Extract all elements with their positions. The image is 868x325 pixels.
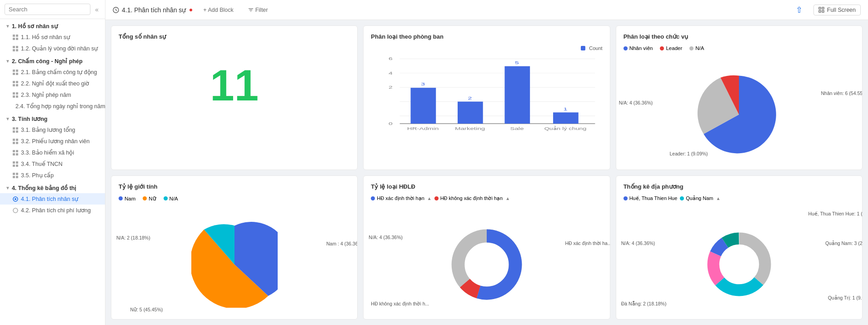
card-phan-loai-phong-ban: Phân loại theo phòng ban Count 6 4 <box>363 25 610 170</box>
svg-rect-11 <box>16 73 18 75</box>
grid-icon <box>13 81 18 86</box>
dropdown-arrow-2[interactable]: ▲ <box>505 196 510 201</box>
caret-icon: ▼ <box>5 24 10 29</box>
hd-khong-xac-dinh-label-chart: HĐ không xác định thời h... <box>371 301 429 306</box>
quang-nam-label: Quảng Nam <box>686 195 713 201</box>
na-gioi-tinh-label: N/A <box>170 196 178 201</box>
na-label: N/A <box>695 45 704 51</box>
svg-rect-10 <box>13 73 15 75</box>
dropdown-arrow-3[interactable]: ▲ <box>716 196 721 201</box>
svg-text:3: 3 <box>421 82 425 87</box>
scroll-to-top-button[interactable]: ⇧ <box>796 5 803 15</box>
bar-legend: Count <box>371 45 602 51</box>
svg-rect-7 <box>16 49 18 51</box>
svg-rect-32 <box>13 150 15 152</box>
pie-container: Nhân viên Leader N/A <box>624 45 855 170</box>
sidebar-item-thue-tncn[interactable]: 3.4. Thuế TNCN <box>0 158 105 170</box>
quang-nam-dot <box>680 196 684 200</box>
nam-dot <box>119 196 123 200</box>
svg-rect-25 <box>16 127 18 130</box>
legend-hue: Huế, Thua Thien Hue <box>624 195 678 201</box>
hd-khong-xac-dinh-dot <box>434 196 439 200</box>
grid-icon <box>13 46 18 51</box>
sidebar-item-tong-hop-ngay-nghi[interactable]: 2.4. Tổng hợp ngày nghỉ trong năm <box>0 100 105 112</box>
sidebar-item-nghi-dot-xuat[interactable]: 2.2. Nghỉ đột xuất theo giờ <box>0 78 105 89</box>
nav-section-3[interactable]: ▼ 3. Tính lương <box>0 112 105 124</box>
grid-icon <box>13 150 18 155</box>
search-input[interactable] <box>5 4 90 15</box>
svg-rect-13 <box>16 81 18 83</box>
legend-hd-khong-xac-dinh: HĐ không xác định thời hạn <box>434 195 503 201</box>
sidebar-item-ho-so-nhan-su[interactable]: 1.1. Hồ sơ nhân sự <box>0 31 105 43</box>
svg-text:0: 0 <box>389 121 393 126</box>
leader-label: Leader <box>666 45 682 51</box>
sidebar-item-phieu-luong[interactable]: 3.2. Phiếu lương nhân viên <box>0 135 105 147</box>
collapse-button[interactable]: « <box>93 4 100 15</box>
svg-text:1: 1 <box>564 106 568 111</box>
grid-icon <box>13 70 18 75</box>
card-ty-le-gioi-tinh: Tỷ lệ giới tính Nam Nữ N/A <box>111 175 358 320</box>
svg-rect-38 <box>13 165 15 167</box>
sidebar-item-phan-tich-nhan-su[interactable]: 4.1. Phân tích nhân sự <box>0 193 105 205</box>
svg-rect-29 <box>16 139 18 141</box>
svg-rect-6 <box>13 49 15 51</box>
nav-section-1[interactable]: ▼ 1. Hồ sơ nhân sự <box>0 19 105 31</box>
filter-button[interactable]: Filter <box>244 5 272 15</box>
svg-rect-34 <box>13 153 15 155</box>
sidebar-item-bang-cham-cong[interactable]: 2.1. Bảng chấm công tự động <box>0 66 105 78</box>
fullscreen-button[interactable]: Full Screen <box>813 5 861 15</box>
sidebar-item-phu-cap[interactable]: 3.5. Phụ cấp <box>0 170 105 181</box>
sidebar-item-bang-luong-tong[interactable]: 3.1. Bảng lương tổng <box>0 124 105 135</box>
pie-chart-svg <box>696 71 782 158</box>
legend-hd-xac-dinh: HĐ xác định thời hạn <box>371 195 424 201</box>
sidebar-item-bao-hiem[interactable]: 3.3. Bảo hiểm xã hội <box>0 147 105 158</box>
quang-nam-label-chart: Quảng Nam: 3 (27.2... <box>825 240 863 246</box>
add-block-button[interactable]: + Add Block <box>200 5 237 15</box>
sidebar-item-nghi-phep-nam[interactable]: 2.3. Nghỉ phép năm <box>0 89 105 100</box>
svg-text:Marketing: Marketing <box>455 126 485 131</box>
svg-rect-67 <box>411 88 436 124</box>
svg-text:6: 6 <box>389 56 393 61</box>
count-legend-label: Count <box>589 45 602 51</box>
svg-rect-56 <box>822 10 824 12</box>
sidebar-item-phan-tich-chi-phi[interactable]: 4.2. Phân tích chi phí lương <box>0 205 105 216</box>
svg-text:5: 5 <box>515 60 519 65</box>
na-gioi-tinh-dot <box>164 196 168 200</box>
nav-section-4[interactable]: ▼ 4. Thống kê bảng đồ thị <box>0 181 105 193</box>
svg-point-45 <box>15 198 16 200</box>
na-gioi-tinh-label-chart: N/A: 2 (18.18%) <box>116 235 150 240</box>
dropdown-arrow-1[interactable]: ▲ <box>427 196 432 201</box>
svg-point-46 <box>13 208 18 213</box>
filter-icon <box>248 7 254 13</box>
pie-container-dia-phuong: Huế, Thua Thien Hue Quảng Nam ▲ <box>624 195 855 320</box>
sidebar-item-vong-doi-nhan-su[interactable]: 1.2. Quản lý vòng đời nhân sự <box>0 43 105 54</box>
svg-rect-53 <box>819 7 821 9</box>
search-container: « <box>0 0 105 19</box>
svg-rect-41 <box>16 173 18 175</box>
nav-section-2[interactable]: ▼ 2. Chấm công - Nghỉ phép <box>0 54 105 66</box>
svg-rect-43 <box>16 176 18 178</box>
nu-label-chart: Nữ: 5 (45.45%) <box>130 307 163 312</box>
hue-label: Huế, Thua Thien Hue <box>629 195 678 201</box>
card-title: Tổng số nhân sự <box>119 33 350 40</box>
svg-line-49 <box>116 10 117 11</box>
svg-rect-37 <box>16 161 18 164</box>
quang-tri-label-chart: Quảng Trị: 1 (9.09%) <box>828 295 863 300</box>
svg-rect-18 <box>13 95 15 98</box>
grid-icon <box>13 92 18 98</box>
svg-rect-69 <box>458 102 483 124</box>
nhan-vien-label: Nhân viên <box>629 45 653 51</box>
svg-rect-40 <box>13 173 15 175</box>
dia-phuong-legend: Huế, Thua Thien Hue Quảng Nam ▲ <box>624 195 855 201</box>
legend-na-gioi-tinh: N/A <box>164 195 178 202</box>
svg-rect-31 <box>16 142 18 144</box>
hdld-donut-svg <box>446 224 528 305</box>
main-content: 4.1. Phân tích nhân sự + Add Block Filte… <box>105 0 868 325</box>
svg-text:Sale: Sale <box>510 126 524 131</box>
nu-label: Nữ <box>149 195 156 202</box>
legend-leader: Leader <box>660 45 682 51</box>
svg-rect-5 <box>16 46 18 48</box>
dashboard: Tổng số nhân sự 11 Phân loại theo phòng … <box>105 20 868 325</box>
svg-rect-71 <box>505 66 530 124</box>
count-legend-dot <box>581 46 585 50</box>
